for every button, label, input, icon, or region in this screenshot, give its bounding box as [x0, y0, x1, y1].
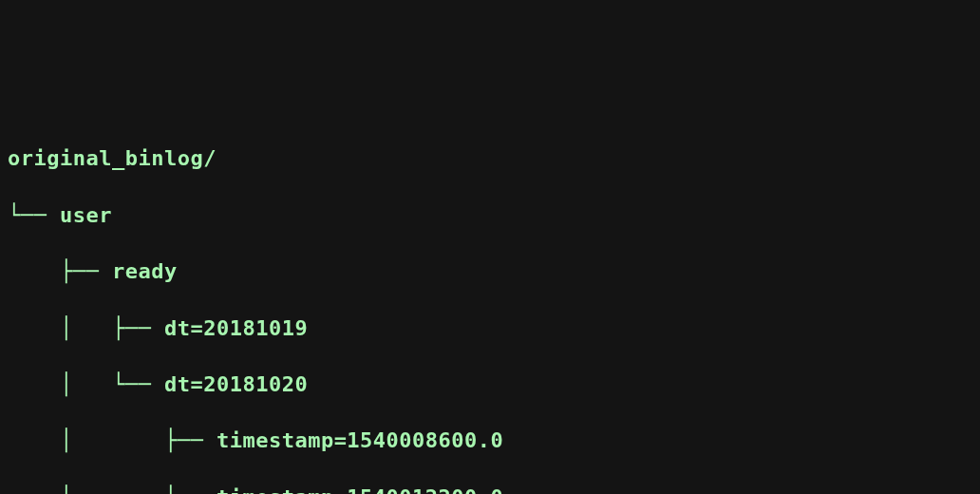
- dir-name: timestamp=1540008600.0: [217, 428, 503, 452]
- tree-node-ts2: │ ├── timestamp=1540012200.0: [8, 484, 972, 494]
- dir-name: timestamp=1540012200.0: [217, 485, 503, 494]
- tree-prefix: │ ├──: [8, 485, 217, 494]
- tree-prefix: ├──: [8, 259, 112, 283]
- tree-prefix: │ └──: [8, 372, 164, 396]
- tree-node-user: └── user: [8, 201, 972, 230]
- tree-root: original_binlog/: [8, 144, 972, 173]
- dir-name: dt=20181019: [164, 316, 308, 340]
- tree-output: original_binlog/ └── user ├── ready │ ├─…: [8, 117, 972, 494]
- tree-prefix: │ ├──: [8, 428, 217, 452]
- tree-node-ready: ├── ready: [8, 257, 972, 286]
- root-dir: original_binlog/: [8, 146, 217, 170]
- dir-name: user: [60, 203, 112, 227]
- dir-name: ready: [112, 259, 178, 283]
- tree-node-ts1: │ ├── timestamp=1540008600.0: [8, 427, 972, 455]
- dir-name: dt=20181020: [164, 372, 308, 396]
- tree-prefix: └──: [8, 203, 60, 227]
- tree-prefix: │ ├──: [8, 316, 164, 340]
- tree-node-ready-dt1: │ ├── dt=20181019: [8, 314, 972, 343]
- tree-node-ready-dt2: │ └── dt=20181020: [8, 370, 972, 399]
